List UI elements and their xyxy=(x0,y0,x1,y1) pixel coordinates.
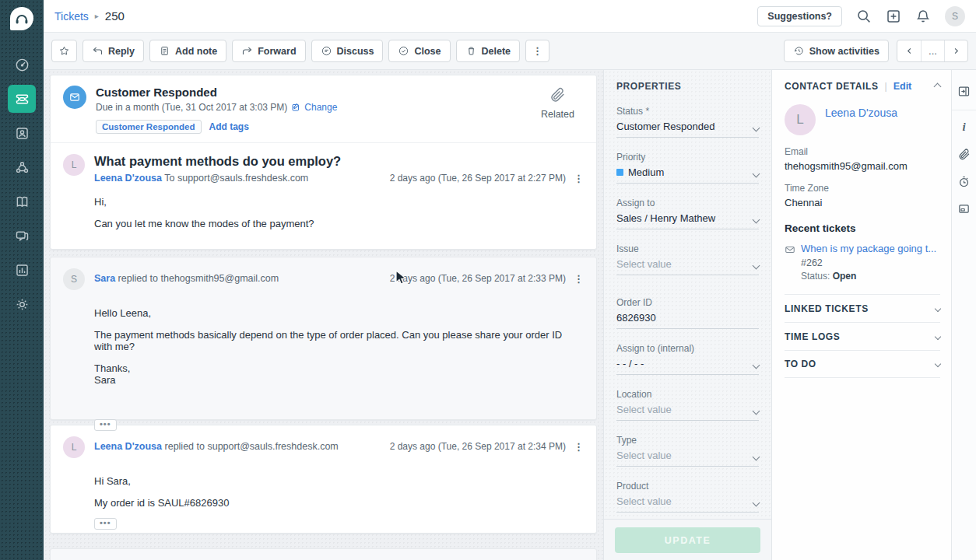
breadcrumb-tickets-link[interactable]: Tickets xyxy=(54,10,89,23)
star-button[interactable] xyxy=(51,40,77,62)
sidebar-item-tickets[interactable] xyxy=(8,85,36,113)
todo-tab-icon[interactable] xyxy=(957,202,971,215)
star-icon xyxy=(58,45,70,57)
notifications-bell-icon[interactable] xyxy=(915,9,931,24)
suggestions-button[interactable]: Suggestions? xyxy=(757,6,842,26)
breadcrumb-ticket-id: 250 xyxy=(105,9,125,23)
ticket-status-title: Customer Responded xyxy=(96,86,337,99)
sender-name[interactable]: Leena D'zousa xyxy=(94,441,162,452)
edit-contact-link[interactable]: Edit xyxy=(893,81,912,92)
email-source-badge xyxy=(63,86,86,109)
breadcrumb-separator-icon: ▸ xyxy=(95,12,99,20)
properties-title: PROPERTIES xyxy=(616,81,759,92)
sidebar-item-analytics[interactable] xyxy=(8,256,36,284)
message-agent-reply-partial: S Sara replied to thehogsmith95@gmail.co… xyxy=(50,548,597,560)
update-button[interactable]: UPDATE xyxy=(615,527,760,553)
paperclip-icon xyxy=(549,86,566,103)
message-timestamp: 2 days ago (Tue, 26 Sep 2017 at 2:27 PM) xyxy=(390,173,566,184)
ticket-pager: ... xyxy=(897,40,968,62)
ticket-tag[interactable]: Customer Responded xyxy=(96,120,202,134)
sidebar-item-forums[interactable] xyxy=(8,222,36,250)
delete-button[interactable]: Delete xyxy=(456,40,521,62)
time-logs-tab-icon[interactable] xyxy=(957,175,971,188)
ticket-subject: What payment methods do you employ? xyxy=(94,154,582,169)
section-time-logs[interactable]: TIME LOGS xyxy=(785,322,940,350)
close-ticket-button[interactable]: Close xyxy=(388,40,450,62)
message-body: Hi, Can you let me know the modes of the… xyxy=(94,196,582,229)
forward-button[interactable]: Forward xyxy=(232,40,305,62)
contact-info-tab-icon[interactable]: i xyxy=(962,121,965,134)
show-quoted-text-button[interactable]: ••• xyxy=(94,518,117,530)
ticket-toolbar: Reply Add note Forward Discuss Close Del… xyxy=(44,33,976,70)
contact-panel: CONTACT DETAILS | Edit L Leena D'zousa E… xyxy=(772,70,951,560)
related-tickets-button[interactable]: Related xyxy=(541,86,574,120)
sidebar-item-dashboard[interactable] xyxy=(8,51,36,79)
pager-more-button[interactable]: ... xyxy=(921,40,944,61)
right-icon-rail: i xyxy=(951,70,976,560)
message-timestamp: 2 days ago (Tue, 26 Sep 2017 at 2:34 PM) xyxy=(390,441,566,452)
field-issue[interactable]: Issue Select value xyxy=(616,243,759,275)
message-menu-button[interactable]: ⋮ xyxy=(574,442,584,452)
solutions-book-icon xyxy=(14,194,30,210)
recent-tickets-heading: Recent tickets xyxy=(785,222,940,234)
update-bar: UPDATE xyxy=(604,519,771,560)
collapse-panel-button[interactable] xyxy=(957,85,971,98)
sender-name[interactable]: Leena D'zousa xyxy=(94,173,162,184)
reply-icon xyxy=(92,45,104,57)
contacts-icon xyxy=(14,125,30,142)
forward-icon xyxy=(241,45,253,57)
trash-icon xyxy=(465,45,477,57)
collapse-contact-icon[interactable] xyxy=(934,82,942,90)
change-due-date-link[interactable]: Change xyxy=(304,102,337,113)
field-order-id[interactable]: Order ID 6826930 xyxy=(616,297,759,329)
field-assign-to[interactable]: Assign to Sales / Henry Mathew xyxy=(616,198,759,229)
contact-email: thehogsmith95@gmail.com xyxy=(785,160,940,172)
add-tags-link[interactable]: Add tags xyxy=(209,121,249,132)
quick-create-icon[interactable] xyxy=(886,9,901,24)
show-activities-button[interactable]: Show activities xyxy=(784,40,889,62)
chevron-right-icon xyxy=(952,47,960,55)
sidebar-item-contacts[interactable] xyxy=(8,119,36,147)
edit-icon xyxy=(291,103,300,112)
freshdesk-logo-icon[interactable] xyxy=(9,5,35,32)
prev-ticket-button[interactable] xyxy=(897,40,921,61)
message-menu-button[interactable]: ⋮ xyxy=(574,274,584,284)
section-linked-tickets[interactable]: LINKED TICKETS xyxy=(785,294,940,322)
check-circle-icon xyxy=(398,45,409,57)
message-menu-button[interactable]: ⋮ xyxy=(574,173,584,184)
user-avatar[interactable]: S xyxy=(945,6,965,26)
sidebar-item-solutions[interactable] xyxy=(8,187,36,215)
section-to-do[interactable]: TO DO xyxy=(785,350,940,378)
timezone-label: Time Zone xyxy=(785,183,940,194)
field-type[interactable]: Type Select value xyxy=(616,435,759,467)
add-note-button[interactable]: Add note xyxy=(149,40,226,62)
discuss-button[interactable]: Discuss xyxy=(311,40,384,62)
email-label: Email xyxy=(785,146,940,157)
top-header: Tickets ▸ 250 Suggestions? S xyxy=(44,0,976,33)
more-actions-button[interactable]: ⋮ xyxy=(525,40,549,62)
settings-gear-icon xyxy=(14,296,30,313)
recent-ticket-item: When is my package going t... #262 Statu… xyxy=(785,243,940,282)
sidebar-item-admin[interactable] xyxy=(8,290,36,318)
field-status[interactable]: Status * Customer Responded xyxy=(616,106,759,138)
field-location[interactable]: Location Select value xyxy=(616,389,759,421)
search-icon[interactable] xyxy=(856,9,872,24)
sender-name[interactable]: Sara xyxy=(94,273,115,284)
field-product[interactable]: Product Select value xyxy=(616,481,759,513)
reply-button[interactable]: Reply xyxy=(83,40,144,62)
field-priority[interactable]: Priority Medium xyxy=(616,152,759,184)
sidebar-item-social[interactable] xyxy=(8,153,36,181)
chevron-down-icon xyxy=(935,361,941,367)
linked-tickets-tab-icon[interactable] xyxy=(957,148,971,161)
envelope-icon xyxy=(69,92,80,103)
field-assign-to-internal[interactable]: Assign to (internal) - - / - - xyxy=(616,343,759,375)
next-ticket-button[interactable] xyxy=(944,40,967,61)
recent-ticket-link[interactable]: When is my package going t... xyxy=(801,243,936,254)
avatar: L xyxy=(63,154,85,176)
avatar: S xyxy=(63,268,85,290)
message-customer-reply: L Leena D'zousa replied to support@sauls… xyxy=(50,425,597,534)
chevron-left-icon xyxy=(905,47,914,55)
recent-ticket-id: #262 xyxy=(801,257,936,268)
contact-name-link[interactable]: Leena D'zousa xyxy=(825,107,897,135)
dashboard-icon xyxy=(14,57,30,73)
